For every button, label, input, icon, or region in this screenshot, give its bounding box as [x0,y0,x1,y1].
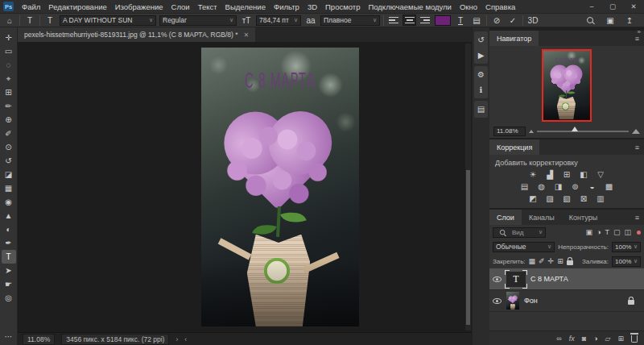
menu-type[interactable]: Текст [194,2,221,11]
visibility-eye-icon[interactable] [493,276,502,282]
text-color-swatch[interactable] [435,15,451,26]
canvas-vertical-scrollbar[interactable] [465,44,471,330]
type-tool-icon[interactable]: T [23,16,36,25]
character-panel-icon[interactable]: ▤ [470,16,483,25]
navigator-zoom-field[interactable]: 11.08% [493,127,526,136]
3d-mode-button[interactable]: 3D [526,16,539,25]
text-orientation-icon[interactable]: T [43,16,56,25]
photo-artwork[interactable]: С 8 МАРТА [201,48,359,326]
channel-mixer-icon[interactable]: ◒ [587,182,597,191]
blend-mode-select[interactable]: Обычные ∨ [493,242,555,252]
visibility-eye-icon[interactable] [493,298,502,304]
menu-3d[interactable]: 3D [303,2,321,11]
collapse-dock-icon[interactable]: » [638,28,641,35]
clone-stamp-tool[interactable]: ⊙ [2,140,16,154]
actions-panel-icon[interactable]: ▶ [474,48,488,63]
align-left-icon[interactable] [387,15,401,26]
menu-layers[interactable]: Слои [167,2,194,11]
eraser-tool[interactable]: ◪ [2,168,16,181]
dodge-tool[interactable]: ◐ [2,222,16,236]
layer-filter-select[interactable]: Вид ∨ [493,227,546,238]
new-group-icon[interactable]: ▱ [605,335,611,343]
scrollbar-thumb[interactable] [466,170,470,325]
lock-paint-icon[interactable]: ✐ [539,257,545,265]
color-balance-icon[interactable]: ◍ [536,182,547,191]
eyedropper-tool[interactable]: ✏ [2,99,16,113]
menu-help[interactable]: Справка [481,2,519,11]
background-layer-thumbnail[interactable] [506,292,519,310]
scroll-left-icon[interactable]: ‹ [184,335,187,343]
text-layer-thumbnail[interactable]: T [506,272,526,287]
levels-icon[interactable]: ▟ [545,170,555,179]
status-arrow-icon[interactable]: › [175,335,178,343]
share-icon[interactable]: ↥ [623,16,636,25]
marquee-tool[interactable]: ▭ [2,44,16,58]
edit-toolbar-icon[interactable]: ⋯ [2,330,16,343]
menu-plugins[interactable]: Подключаемые модули [364,2,456,11]
zoom-out-icon[interactable] [529,130,534,133]
home-icon[interactable]: ⌂ [3,16,16,25]
info-panel-icon[interactable]: ℹ [474,82,488,98]
tab-adjustments[interactable]: Коррекция [489,139,539,155]
zoom-in-icon[interactable] [632,129,640,134]
history-panel-icon[interactable]: ↺ [474,32,488,48]
filter-toggle-icon[interactable] [637,231,641,235]
posterize-icon[interactable]: ▨ [545,194,555,203]
navigator-proxy-view[interactable]: С 8 МАРТА [542,49,592,122]
brightness-contrast-icon[interactable]: ☀ [528,170,539,179]
tab-layers[interactable]: Слои [489,210,522,225]
new-adjustment-layer-icon[interactable]: ◑ [593,335,597,343]
shape-layer-filter-icon[interactable]: ▢ [613,228,621,236]
font-family-select[interactable]: A DAY WITHOUT SUN ∨ [60,15,156,26]
type-layer-filter-icon[interactable]: T [605,228,609,236]
libraries-panel-icon[interactable]: ▤ [474,102,488,117]
opacity-select[interactable]: 100% ∨ [612,242,641,252]
cancel-edit-icon[interactable]: ⊘ [490,16,503,25]
font-style-select[interactable]: Regular ∨ [159,15,237,26]
menu-file[interactable]: Файл [18,2,44,11]
align-right-icon[interactable] [418,15,431,26]
layer-row-text[interactable]: T С 8 МАРТА [489,268,644,290]
align-center-icon[interactable] [402,15,416,26]
maximize-button[interactable]: ▢ [602,2,623,10]
object-selection-tool[interactable]: ⌖ [2,72,16,85]
layer-mask-icon[interactable]: ◙ [582,335,586,343]
gradient-map-icon[interactable]: ⊠ [579,194,589,203]
layer-effects-icon[interactable]: fx [569,335,575,343]
canvas[interactable]: С 8 МАРТА [18,42,472,332]
lock-all-icon[interactable] [567,260,573,265]
menu-window[interactable]: Окно [456,2,481,11]
lock-position-icon[interactable]: ✛ [548,257,555,265]
panel-menu-icon[interactable]: ≡ [630,210,644,225]
commit-edit-icon[interactable]: ✓ [506,16,519,25]
brush-tool[interactable]: ✐ [2,127,16,140]
threshold-icon[interactable]: ▧ [562,194,572,203]
layer-row-background[interactable]: Фон [489,290,644,312]
close-button[interactable]: ✕ [623,2,644,10]
type-tool[interactable]: T [2,250,16,264]
zoom-level-field[interactable]: 11.08% [23,334,55,345]
zoom-tool[interactable]: ◎ [2,291,16,305]
font-size-select[interactable]: 784,74 пт ∨ [256,15,301,26]
panel-menu-icon[interactable]: ≡ [630,139,644,155]
pixel-layer-filter-icon[interactable]: ▣ [586,228,593,236]
menu-filter[interactable]: Фильтр [270,2,303,11]
search-icon[interactable] [587,17,594,24]
photo-filter-icon[interactable]: ⊚ [570,182,580,191]
color-lookup-icon[interactable]: ▩ [604,182,614,191]
black-white-icon[interactable]: ◨ [553,182,564,191]
crop-tool[interactable]: ⊞ [2,85,16,99]
anti-alias-select[interactable]: Плавное ∨ [320,15,380,26]
history-brush-tool[interactable]: ↺ [2,154,16,168]
menu-view[interactable]: Просмотр [321,2,364,11]
lasso-tool[interactable]: ◌ [2,58,16,72]
path-selection-tool[interactable]: ➤ [2,264,16,277]
slider-thumb[interactable] [572,127,578,131]
close-tab-icon[interactable]: ✕ [244,31,250,39]
move-tool[interactable]: ✛ [2,31,16,44]
healing-brush-tool[interactable]: ⊕ [2,113,16,127]
fill-select[interactable]: 100% ∨ [612,256,641,267]
invert-icon[interactable]: ◩ [528,194,539,203]
menu-image[interactable]: Изображение [111,2,167,11]
curves-icon[interactable]: ⊞ [562,170,572,179]
